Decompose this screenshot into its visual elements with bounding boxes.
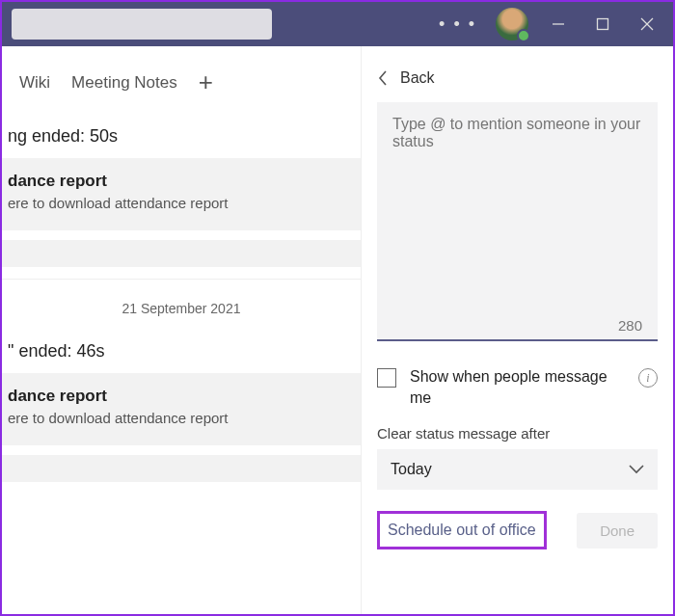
attendance-card[interactable]: dance report ere to download attendance …	[2, 158, 361, 230]
date-divider: 21 September 2021	[2, 279, 361, 330]
panel-footer: Schedule out of office Done	[377, 511, 658, 549]
chevron-left-icon	[377, 70, 389, 86]
attendance-card[interactable]: dance report ere to download attendance …	[2, 373, 361, 445]
info-icon[interactable]: i	[638, 368, 658, 388]
show-checkbox[interactable]	[377, 368, 396, 388]
feed-item-title: ng ended: 50s	[2, 115, 361, 158]
minimize-button[interactable]	[536, 2, 580, 46]
close-button[interactable]	[625, 2, 669, 46]
schedule-out-of-office-link[interactable]: Schedule out of office	[377, 511, 547, 549]
back-button[interactable]: Back	[377, 62, 658, 102]
maximize-button[interactable]	[580, 2, 625, 46]
clear-after-dropdown[interactable]: Today	[377, 449, 658, 490]
feed-divider-bar	[2, 455, 361, 482]
search-input[interactable]	[12, 9, 272, 40]
card-subtitle: ere to download attendance report	[8, 195, 355, 211]
window-controls	[536, 2, 669, 46]
user-avatar[interactable]	[496, 8, 528, 40]
tab-meeting-notes[interactable]: Meeting Notes	[71, 73, 177, 93]
activity-feed: ng ended: 50s dance report ere to downlo…	[2, 115, 361, 482]
back-label: Back	[400, 69, 435, 87]
char-count: 280	[618, 317, 642, 334]
tab-wiki[interactable]: Wiki	[19, 73, 50, 93]
dropdown-value: Today	[391, 461, 432, 478]
card-subtitle: ere to download attendance report	[8, 410, 355, 426]
status-input-wrap: 280	[377, 102, 658, 345]
main-area: Wiki Meeting Notes + ng ended: 50s dance…	[2, 46, 361, 614]
feed-item-title: " ended: 46s	[2, 330, 361, 373]
presence-badge	[517, 29, 530, 42]
titlebar: • • •	[2, 2, 673, 46]
chevron-down-icon	[629, 465, 644, 474]
more-options-icon[interactable]: • • •	[427, 14, 488, 35]
add-tab-icon[interactable]: +	[199, 67, 213, 97]
clear-after-label: Clear status message after	[377, 425, 658, 442]
done-button[interactable]: Done	[577, 513, 658, 549]
status-textarea[interactable]	[377, 102, 658, 341]
tab-bar: Wiki Meeting Notes +	[2, 56, 361, 115]
show-checkbox-label: Show when people message me	[410, 366, 625, 408]
svg-rect-1	[598, 19, 608, 30]
card-title: dance report	[8, 172, 355, 191]
show-when-message-row: Show when people message me i	[377, 362, 658, 425]
card-title: dance report	[8, 387, 355, 406]
status-panel: Back 280 Show when people message me i C…	[361, 46, 673, 614]
feed-divider-bar	[2, 240, 361, 267]
